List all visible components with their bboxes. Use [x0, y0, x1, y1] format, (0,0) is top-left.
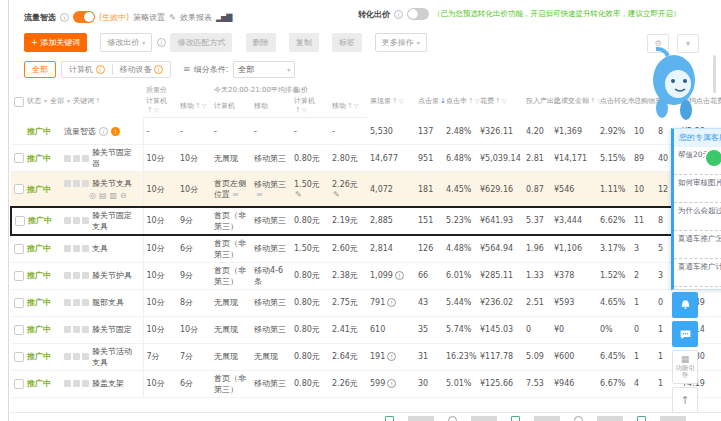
table-row[interactable]: 推广中 腿部支具 10分 8分 无展现 移动第三 0.80元 2.75元 791…: [11, 289, 721, 316]
add-keyword-button[interactable]: + 添加关键词: [24, 33, 87, 52]
report-link[interactable]: 效果报表: [180, 12, 212, 23]
online-service-badge[interactable]: [704, 148, 721, 168]
bid-pc-cell[interactable]: 0.80元: [291, 289, 329, 316]
delete-button[interactable]: 删除: [246, 33, 276, 52]
bid-pc-cell[interactable]: 0.80元: [291, 343, 329, 370]
col-ctr[interactable]: 点击率↑▽: [443, 84, 477, 118]
subcol-bid-pc[interactable]: 计算机↑▽: [291, 95, 329, 118]
table-row[interactable]: 推广中 流量智选 i ! - - - - - - 5,530 137 2.48%…: [11, 118, 721, 145]
bid-pc-cell[interactable]: 0.80元: [291, 262, 329, 289]
keyword-action-icons[interactable]: ◎▤▥⊖: [64, 191, 140, 200]
low-impression-icon[interactable]: !: [387, 352, 396, 361]
info-icon[interactable]: i: [394, 10, 403, 19]
col-cost[interactable]: 花费↑▽: [477, 84, 523, 118]
traffic-smart-select-toggle[interactable]: [73, 11, 95, 23]
bid-mobile-cell[interactable]: 2.41元: [329, 316, 367, 343]
subcol-bid-mobile[interactable]: 移动↑▽: [329, 95, 367, 118]
subcol-quality-pc[interactable]: 计算机↑▽: [143, 95, 177, 118]
chat-button[interactable]: [672, 321, 698, 347]
row-checkbox[interactable]: [14, 184, 24, 194]
table-row[interactable]: 推广中 膝关节固定 10分 10分 无展现 移动第三 0.80元 2.41元 6…: [11, 316, 721, 343]
low-impression-icon[interactable]: !: [387, 298, 396, 307]
bid-pc-cell[interactable]: 1.50元: [291, 235, 329, 263]
footer-checkbox-icon[interactable]: [511, 416, 520, 421]
modify-bid-dropdown[interactable]: 修改出价▾: [100, 33, 152, 52]
edit-bid-icon[interactable]: ✎: [295, 190, 302, 199]
row-checkbox[interactable]: [14, 298, 24, 308]
row-checkbox[interactable]: [15, 216, 25, 226]
bid-mobile-cell[interactable]: 2.38元: [329, 262, 367, 289]
scrollbar-thumb[interactable]: [713, 55, 716, 93]
row-checkbox[interactable]: [14, 271, 24, 281]
back-to-top-button[interactable]: ↑: [672, 387, 698, 413]
row-checkbox[interactable]: [14, 153, 24, 163]
edit-bid-icon[interactable]: ✎: [333, 190, 340, 199]
notification-bell-button[interactable]: [672, 292, 698, 318]
footer-circle-icon[interactable]: [448, 416, 457, 421]
info-icon[interactable]: i: [157, 38, 166, 47]
modify-match-button[interactable]: 修改匹配方式: [170, 33, 232, 52]
select-all-checkbox[interactable]: [14, 97, 24, 107]
col-gmv[interactable]: 总成交金额↑▽: [551, 84, 597, 118]
bid-mobile-cell[interactable]: 2.60元: [329, 235, 367, 263]
bid-pc-cell[interactable]: 0.80元: [291, 316, 329, 343]
row-checkbox[interactable]: [14, 244, 24, 254]
col-clicks[interactable]: 点击量↓▽: [415, 84, 443, 118]
subcol-quality-mobile[interactable]: 移动↑▽: [177, 95, 211, 118]
footer-circle-icon[interactable]: [574, 416, 583, 421]
tag-button[interactable]: 标签: [332, 33, 362, 52]
edit-icon[interactable]: ✎: [169, 13, 176, 22]
rank-detail-icon[interactable]: ≡: [256, 190, 263, 199]
table-row[interactable]: 推广中 膝关节活动支具 7分 7分 无展现 无展现 0.80元 2.64元 19…: [11, 343, 721, 370]
col-roi[interactable]: 投入产出比↑▽: [523, 84, 551, 118]
bid-pc-cell[interactable]: 1.50元✎: [291, 172, 329, 207]
table-row[interactable]: 推广中 膝关节护具 10分 9分 首页（非第三） 移动4-6条 0.80元 2.…: [11, 262, 721, 289]
bid-mobile-cell[interactable]: 2.19元: [329, 207, 367, 235]
bid-pc-cell[interactable]: 0.80元: [291, 207, 329, 235]
low-impression-icon[interactable]: !: [387, 379, 396, 388]
keyword-column-sort[interactable]: 关键词↑: [73, 97, 101, 106]
row-checkbox[interactable]: [14, 325, 24, 335]
bar-chart-icon[interactable]: ▂▅▇: [216, 13, 231, 22]
bid-mobile-cell[interactable]: 2.80元: [329, 145, 367, 172]
feature-guide-button[interactable]: ▦ 功能引导: [672, 350, 698, 384]
col-impressions[interactable]: 展现量↑▽: [367, 84, 415, 118]
conversion-bid-toggle[interactable]: [407, 8, 429, 20]
bid-pc-cell[interactable]: 0.80元: [291, 370, 329, 397]
footer-checkbox-icon[interactable]: [637, 416, 646, 421]
table-row[interactable]: 推广中 膝关节固定支具 10分 9分 首页（非第三） 移动第三 0.80元 2.…: [11, 207, 721, 235]
bid-mobile-cell[interactable]: 2.75元: [329, 289, 367, 316]
info-icon[interactable]: i: [60, 13, 69, 22]
tab-mobile[interactable]: 移动设备 i: [113, 62, 171, 77]
tab-computer[interactable]: 计算机 i: [62, 62, 112, 77]
row-checkbox[interactable]: [14, 352, 24, 362]
help-link[interactable]: 直通车推广计划?: [674, 259, 721, 287]
low-impression-icon[interactable]: !: [395, 271, 404, 280]
rank-detail-icon[interactable]: ≡: [232, 190, 239, 199]
status-filter-dropdown[interactable]: 全部▾: [50, 97, 70, 106]
more-actions-dropdown[interactable]: 更多操作▾: [375, 33, 427, 52]
help-link[interactable]: 为什么会超过日限额: [674, 203, 721, 231]
status-column-dropdown[interactable]: 状态▾: [27, 97, 47, 106]
strategy-settings-link[interactable]: 策略设置: [133, 12, 165, 23]
table-row[interactable]: 推广中 膝关节固定器 10分 10分 无展现 移动第三 0.80元 2.80元 …: [11, 145, 721, 172]
help-link[interactable]: 如何审核图片功能: [674, 175, 721, 203]
help-link[interactable]: 直通车推广怎么开: [674, 231, 721, 259]
row-checkbox[interactable]: [14, 379, 24, 389]
bid-pc-cell[interactable]: 0.80元: [291, 145, 329, 172]
tab-all[interactable]: 全部: [24, 61, 56, 78]
table-row[interactable]: 推广中 支具 10分 6分 首页（非第三） 移动第三 1.50元 2.60元 2…: [11, 235, 721, 263]
condition-select[interactable]: 全部 ▾: [233, 61, 295, 78]
footer-checkbox-icon[interactable]: [385, 416, 394, 421]
bid-pc-cell[interactable]: -: [291, 118, 329, 145]
table-row[interactable]: 推广中 膝盖支架 10分 6分 首页（非第三） 移动第三 0.80元 2.26元…: [11, 370, 721, 397]
table-row[interactable]: 推广中 膝关节支具 ◎▤▥⊖ 10分 10分 首页左侧位置≡ 移动第三≡ 1.5…: [11, 172, 721, 207]
assistant-mascot[interactable]: [648, 44, 702, 128]
info-icon[interactable]: i: [99, 127, 108, 136]
bid-mobile-cell[interactable]: 2.64元: [329, 343, 367, 370]
copy-button[interactable]: 复制: [289, 33, 319, 52]
bid-mobile-cell[interactable]: -: [329, 118, 367, 145]
bid-mobile-cell[interactable]: 2.26元✎: [329, 172, 367, 207]
bid-mobile-cell[interactable]: 2.26元: [329, 370, 367, 397]
col-cvr[interactable]: 点击转化率↑▽: [597, 84, 631, 118]
